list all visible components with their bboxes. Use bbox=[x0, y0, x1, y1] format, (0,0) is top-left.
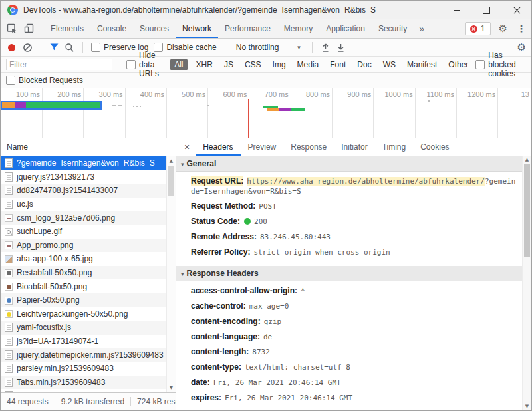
request-row[interactable]: parsley.min.js?1539609483 bbox=[1, 362, 176, 376]
divider bbox=[82, 42, 83, 53]
tab-performance[interactable]: Performance bbox=[218, 19, 277, 38]
close-details-button[interactable]: × bbox=[176, 142, 196, 152]
name-column-header[interactable]: Name bbox=[1, 138, 176, 156]
settings-gear-button[interactable]: ⚙ bbox=[499, 24, 507, 34]
filter-type-other[interactable]: Other bbox=[446, 59, 471, 70]
request-row[interactable]: Restabfall-50x50.png bbox=[1, 266, 176, 280]
details-tab-cookies[interactable]: Cookies bbox=[413, 138, 456, 156]
device-toolbar-button[interactable] bbox=[21, 20, 38, 37]
request-row[interactable]: js?id=UA-173149074-1 bbox=[1, 335, 176, 348]
search-button[interactable] bbox=[65, 43, 74, 53]
scroll-down-icon[interactable]: ▼ bbox=[167, 385, 176, 390]
request-row[interactable]: Leichtverpackungen-50x50.png bbox=[1, 307, 176, 321]
status-ok-icon bbox=[244, 218, 251, 225]
scrollbar-thumb[interactable] bbox=[168, 166, 174, 196]
request-row[interactable]: ?gemeinde=Isernhagen&von=R&bis=S bbox=[1, 156, 176, 170]
triangle-down-icon: ▾ bbox=[181, 267, 184, 281]
filter-type-media[interactable]: Media bbox=[295, 59, 322, 70]
request-row[interactable]: Bioabfall-50x50.png bbox=[1, 279, 176, 293]
tab-console[interactable]: Console bbox=[90, 19, 133, 38]
filter-type-img[interactable]: Img bbox=[270, 59, 289, 70]
request-name: Bioabfall-50x50.png bbox=[17, 282, 87, 291]
chevron-down-icon: ▼ bbox=[296, 45, 301, 51]
request-row[interactable]: yaml-focusfix.js bbox=[1, 321, 176, 335]
details-tab-response[interactable]: Response bbox=[283, 138, 334, 156]
header-row: cache-control:max-age=0 bbox=[176, 299, 523, 314]
response-headers-section-header[interactable]: ▾Response Headers bbox=[176, 266, 523, 281]
record-button[interactable] bbox=[8, 44, 15, 51]
scroll-up-icon[interactable]: ▲ bbox=[523, 157, 531, 162]
divider bbox=[41, 23, 41, 34]
request-name: jquery.js?1341392173 bbox=[17, 172, 94, 182]
timeline-mark bbox=[140, 106, 141, 107]
has-blocked-cookies-label: Has blocked cookies bbox=[488, 51, 525, 78]
close-button[interactable] bbox=[501, 1, 531, 19]
throttling-select[interactable]: No throttling ▼ bbox=[233, 43, 305, 52]
export-har-button[interactable] bbox=[336, 43, 346, 53]
circle-file-icon bbox=[5, 310, 13, 318]
filter-type-font[interactable]: Font bbox=[327, 59, 348, 70]
lens-file-icon bbox=[5, 228, 13, 236]
scrollbar-thumb[interactable] bbox=[524, 164, 530, 257]
inspect-element-button[interactable] bbox=[3, 20, 21, 37]
waterfall-bar[interactable] bbox=[2, 102, 100, 108]
request-name: Formular.min.js?1539609483 bbox=[17, 391, 120, 392]
request-name: suchLupe.gif bbox=[17, 227, 62, 236]
tab-elements[interactable]: Elements bbox=[44, 19, 90, 38]
details-tab-preview[interactable]: Preview bbox=[241, 138, 284, 156]
filter-input[interactable] bbox=[6, 59, 112, 70]
request-list-scrollbar[interactable]: ▲▼ bbox=[166, 156, 176, 392]
filter-type-js[interactable]: JS bbox=[221, 59, 236, 70]
request-row[interactable]: jquery.js?1341392173 bbox=[1, 170, 176, 184]
tab-memory[interactable]: Memory bbox=[277, 19, 319, 38]
details-scrollbar[interactable]: ▲ ▼ bbox=[522, 156, 531, 410]
timeline-tick: 700 ms bbox=[249, 88, 291, 138]
filter-type-all[interactable]: All bbox=[170, 59, 187, 70]
request-row[interactable]: aha-app-100-x-65.jpg bbox=[1, 252, 176, 266]
request-row[interactable]: csm_logo_912a5e7d06.png bbox=[1, 211, 176, 225]
more-tabs-button[interactable]: » bbox=[414, 23, 430, 34]
hide-data-urls-checkbox[interactable]: Hide data URLs bbox=[126, 51, 166, 78]
header-row: Referrer Policy:strict-origin-when-cross… bbox=[176, 245, 523, 260]
image-file-icon bbox=[5, 214, 13, 222]
filter-type-manifest[interactable]: Manifest bbox=[404, 59, 440, 70]
kebab-menu-button[interactable]: ⋮ bbox=[515, 23, 527, 34]
error-badge[interactable]: 1 bbox=[465, 22, 491, 35]
timeline-overview[interactable]: 100 ms200 ms300 ms400 ms500 ms600 ms700 … bbox=[1, 88, 531, 138]
header-value: 8732 bbox=[252, 348, 270, 356]
tab-application[interactable]: Application bbox=[319, 19, 372, 38]
details-tab-timing[interactable]: Timing bbox=[375, 138, 414, 156]
request-row[interactable]: Formular.min.js?1539609483 bbox=[1, 389, 176, 392]
request-row[interactable]: App_promo.png bbox=[1, 239, 176, 253]
request-row[interactable]: dd82474708.js?1541433007 bbox=[1, 184, 176, 198]
filter-type-css[interactable]: CSS bbox=[242, 59, 264, 70]
filter-type-doc[interactable]: Doc bbox=[354, 59, 374, 70]
general-section-header[interactable]: ▾General bbox=[176, 156, 523, 172]
filter-toggle-button[interactable] bbox=[49, 43, 59, 52]
has-blocked-cookies-checkbox[interactable]: Has blocked cookies bbox=[475, 51, 525, 78]
maximize-button[interactable] bbox=[471, 1, 501, 19]
maximize-icon bbox=[483, 7, 490, 14]
details-tab-headers[interactable]: Headers bbox=[196, 138, 240, 156]
request-row[interactable]: uc.js bbox=[1, 198, 176, 211]
tab-sources[interactable]: Sources bbox=[133, 19, 176, 38]
minimize-button[interactable] bbox=[442, 1, 471, 19]
filter-type-xhr[interactable]: XHR bbox=[194, 59, 215, 70]
request-row[interactable]: jquery.datetimepicker.min.js?1539609483 bbox=[1, 348, 176, 362]
request-row[interactable]: Papier-50x50.png bbox=[1, 293, 176, 307]
tab-network[interactable]: Network bbox=[176, 19, 218, 38]
filter-type-ws[interactable]: WS bbox=[380, 59, 398, 70]
details-tabs: HeadersPreviewResponseInitiatorTimingCoo… bbox=[196, 138, 456, 156]
waterfall-segment bbox=[291, 108, 305, 111]
waterfall-bar[interactable] bbox=[267, 108, 305, 111]
clear-button[interactable] bbox=[23, 43, 33, 53]
details-tab-initiator[interactable]: Initiator bbox=[334, 138, 374, 156]
waterfall-segment bbox=[279, 108, 291, 111]
tab-security[interactable]: Security bbox=[372, 19, 414, 38]
import-har-button[interactable] bbox=[321, 43, 331, 53]
request-row[interactable]: suchLupe.gif bbox=[1, 225, 176, 239]
request-row[interactable]: Tabs.min.js?1539609483 bbox=[1, 376, 176, 390]
scroll-up-icon[interactable]: ▲ bbox=[167, 158, 176, 164]
blocked-requests-checkbox[interactable]: Blocked Requests bbox=[6, 76, 83, 85]
scroll-down-icon[interactable]: ▼ bbox=[523, 404, 531, 409]
